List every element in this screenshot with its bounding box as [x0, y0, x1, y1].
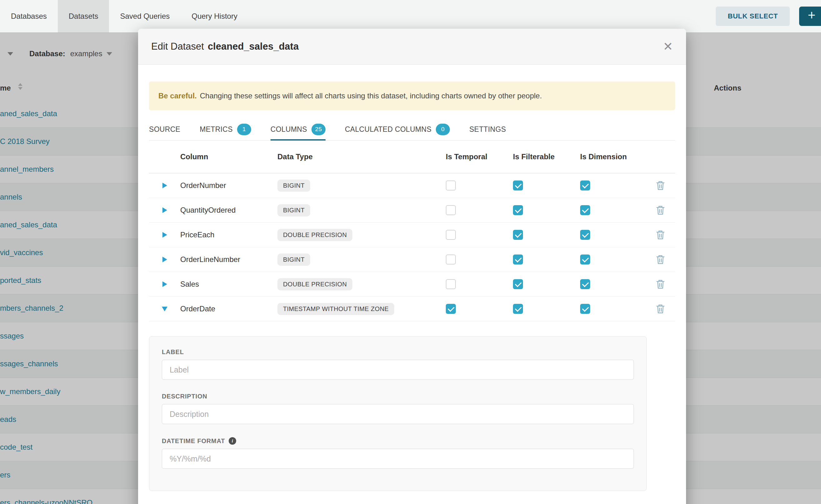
is-dimension-cell	[577, 254, 636, 264]
is-temporal-cell	[443, 304, 510, 314]
is-dimension-checkbox[interactable]	[580, 304, 590, 314]
is-filterable-checkbox[interactable]	[513, 279, 523, 289]
is-temporal-checkbox[interactable]	[446, 279, 456, 289]
column-row-ordernumber: OrderNumberBIGINT	[149, 173, 675, 198]
column-header-is-filterable: Is Filterable	[510, 152, 577, 161]
expand-caret-icon[interactable]	[162, 232, 167, 238]
expand-caret-icon[interactable]	[162, 257, 167, 262]
label-input[interactable]	[162, 360, 634, 380]
datetime-format-field: DATETIME FORMAT	[162, 437, 634, 469]
collapse-caret-icon[interactable]	[162, 307, 167, 311]
nav-item-datasets[interactable]: Datasets	[58, 0, 109, 32]
app: { "nav": { "items": [ {"label": "Databas…	[0, 0, 821, 504]
is-temporal-checkbox[interactable]	[446, 180, 456, 190]
tab-label: SOURCE	[149, 125, 180, 134]
is-temporal-checkbox[interactable]	[446, 230, 456, 240]
column-detail-panel: LABEL DESCRIPTION DATETIME FORMAT	[149, 336, 647, 491]
tab-metrics[interactable]: METRICS1	[200, 118, 251, 140]
tab-label: METRICS	[200, 125, 233, 134]
is-dimension-checkbox[interactable]	[580, 230, 590, 240]
info-icon[interactable]	[229, 437, 236, 445]
tab-source[interactable]: SOURCE	[149, 118, 180, 140]
is-dimension-checkbox[interactable]	[580, 180, 590, 190]
actions-cell	[636, 205, 675, 215]
data-type-pill: TIMESTAMP WITHOUT TIME ZONE	[277, 303, 394, 315]
column-name: PriceEach	[180, 230, 272, 239]
delete-column-icon[interactable]	[656, 180, 665, 190]
tab-calculated-columns[interactable]: CALCULATED COLUMNS0	[345, 118, 450, 140]
delete-column-icon[interactable]	[656, 304, 665, 314]
is-filterable-cell	[510, 279, 577, 289]
is-temporal-checkbox[interactable]	[446, 304, 456, 314]
is-filterable-cell	[510, 205, 577, 215]
delete-column-icon[interactable]	[656, 254, 665, 264]
caret-cell	[149, 281, 180, 287]
expand-caret-icon[interactable]	[162, 183, 167, 188]
is-dimension-checkbox[interactable]	[580, 279, 590, 289]
is-temporal-cell	[443, 279, 510, 289]
column-row-sales: SalesDOUBLE PRECISION	[149, 272, 675, 297]
column-header-is-temporal: Is Temporal	[443, 152, 510, 161]
column-name: OrderNumber	[180, 181, 272, 190]
nav-actions: BULK SELECT +	[716, 0, 821, 32]
is-dimension-cell	[577, 205, 636, 215]
is-filterable-cell	[510, 230, 577, 240]
actions-cell	[636, 230, 675, 240]
edit-dataset-modal: Edit Datasetcleaned_sales_data ✕ Be care…	[138, 29, 686, 504]
description-input[interactable]	[162, 404, 634, 424]
delete-column-icon[interactable]	[656, 230, 665, 240]
nav-item-databases[interactable]: Databases	[0, 0, 58, 32]
is-filterable-checkbox[interactable]	[513, 205, 523, 215]
delete-column-icon[interactable]	[656, 205, 665, 215]
tab-count-badge: 1	[237, 124, 251, 135]
column-row-priceeach: PriceEachDOUBLE PRECISION	[149, 223, 675, 247]
modal-header: Edit Datasetcleaned_sales_data ✕	[138, 29, 686, 65]
columns-header-row: ColumnData TypeIs TemporalIs FilterableI…	[149, 141, 675, 173]
bulk-select-button[interactable]: BULK SELECT	[716, 7, 790, 26]
add-dataset-button[interactable]: +	[799, 7, 821, 26]
warning-bold-text: Be careful.	[158, 91, 197, 100]
actions-cell	[636, 254, 675, 264]
label-field-label-text: LABEL	[162, 348, 184, 356]
is-temporal-cell	[443, 230, 510, 240]
is-filterable-checkbox[interactable]	[513, 304, 523, 314]
caret-cell	[149, 257, 180, 262]
description-field: DESCRIPTION	[162, 393, 634, 424]
column-row-quantityordered: QuantityOrderedBIGINT	[149, 198, 675, 223]
warning-banner: Be careful. Changing these settings will…	[149, 82, 675, 110]
tab-count-badge: 25	[311, 124, 325, 135]
expand-caret-icon[interactable]	[162, 207, 167, 213]
column-name: OrderLineNumber	[180, 255, 272, 264]
data-type-pill: BIGINT	[277, 180, 310, 192]
data-type-cell: BIGINT	[272, 204, 443, 216]
nav-tabs: DatabasesDatasetsSaved QueriesQuery Hist…	[0, 0, 248, 32]
is-filterable-checkbox[interactable]	[513, 180, 523, 190]
tab-columns[interactable]: COLUMNS25	[270, 118, 325, 140]
datetime-format-input[interactable]	[162, 449, 634, 469]
tab-settings[interactable]: SETTINGS	[469, 118, 506, 140]
column-header-column: Column	[180, 152, 272, 161]
datetime-format-field-label: DATETIME FORMAT	[162, 437, 634, 445]
close-icon[interactable]: ✕	[663, 41, 673, 52]
is-temporal-checkbox[interactable]	[446, 254, 456, 264]
is-dimension-checkbox[interactable]	[580, 254, 590, 264]
is-temporal-checkbox[interactable]	[446, 205, 456, 215]
nav-item-query-history[interactable]: Query History	[180, 0, 248, 32]
expand-caret-icon[interactable]	[162, 281, 167, 287]
nav-item-saved-queries[interactable]: Saved Queries	[109, 0, 180, 32]
is-dimension-cell	[577, 279, 636, 289]
column-name: OrderDate	[180, 304, 272, 313]
warning-text: Changing these settings will affect all …	[200, 91, 542, 100]
is-dimension-checkbox[interactable]	[580, 205, 590, 215]
delete-column-icon[interactable]	[656, 279, 665, 289]
is-filterable-checkbox[interactable]	[513, 254, 523, 264]
data-type-pill: DOUBLE PRECISION	[277, 278, 352, 290]
label-field-label: LABEL	[162, 348, 634, 356]
modal-title-dataset-name: cleaned_sales_data	[208, 41, 299, 52]
description-field-label-text: DESCRIPTION	[162, 393, 207, 400]
tab-label: SETTINGS	[469, 125, 506, 134]
column-name: QuantityOrdered	[180, 206, 272, 215]
is-dimension-cell	[577, 180, 636, 190]
data-type-cell: BIGINT	[272, 180, 443, 192]
is-filterable-checkbox[interactable]	[513, 230, 523, 240]
